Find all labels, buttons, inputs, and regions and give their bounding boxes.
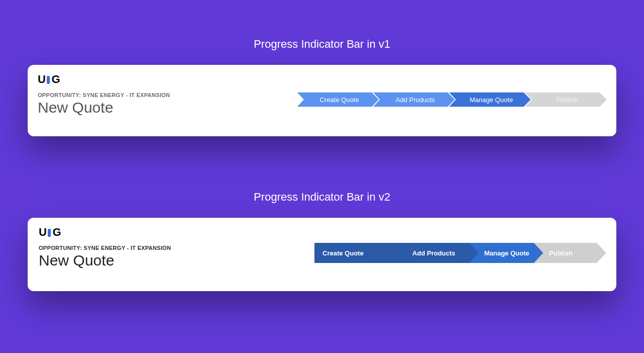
- step-publish[interactable]: Publish: [534, 243, 606, 263]
- step-label: Create Quote: [296, 92, 379, 107]
- card-v2: U G OPPORTUNITY: SYNE ENERGY - IT EXPANS…: [28, 218, 616, 291]
- step-label: Publish: [534, 243, 606, 263]
- section-title-v2: Progress Indicator Bar in v2: [0, 191, 644, 204]
- logo-letter-i-icon: [48, 229, 51, 237]
- logo-letter-u: U: [38, 74, 45, 85]
- logo-letter-i-icon: [47, 76, 50, 84]
- logo: U G: [38, 74, 606, 85]
- section-title-v1: Progress Indicator Bar in v1: [0, 38, 644, 51]
- card-v1: U G OPPORTUNITY: SYNE ENERGY - IT EXPANS…: [28, 65, 616, 136]
- logo-letter-g: G: [51, 74, 60, 85]
- progress-bar-v2: Create Quote Add Products Manage Quote P…: [314, 243, 606, 263]
- step-add-products[interactable]: Add Products: [372, 92, 455, 107]
- step-label: Create Quote: [314, 243, 405, 263]
- logo-letter-g: G: [52, 227, 61, 238]
- step-publish[interactable]: Publish: [524, 92, 607, 107]
- step-label: Publish: [524, 92, 607, 107]
- logo-letter-u: U: [39, 227, 46, 238]
- step-create-quote[interactable]: Create Quote: [314, 243, 405, 263]
- step-label: Add Products: [372, 92, 455, 107]
- progress-bar-v1: Create Quote Add Products Manage Quote P…: [296, 92, 607, 107]
- step-label: Manage Quote: [448, 92, 531, 107]
- step-manage-quote[interactable]: Manage Quote: [448, 92, 531, 107]
- logo: U G: [39, 227, 606, 238]
- step-create-quote[interactable]: Create Quote: [296, 92, 379, 107]
